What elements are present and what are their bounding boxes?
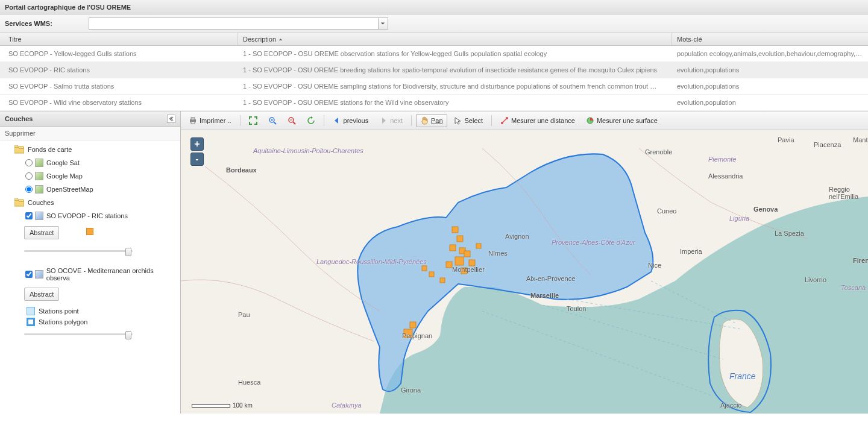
overlay-checkbox[interactable]: [25, 271, 33, 278]
map-area: Imprimer .. previous next Pan: [181, 111, 868, 414]
grid-col-keywords[interactable]: Mots-clé: [672, 33, 868, 45]
abstract-button[interactable]: Abstract: [24, 226, 59, 239]
table-row[interactable]: SO EVOPOP - Salmo trutta stations 1 - SO…: [0, 78, 868, 95]
map-city-label: Nîmes: [488, 250, 508, 257]
table-row[interactable]: SO EVOPOP - RIC stations 1 - SO EVOPOP -…: [0, 62, 868, 78]
select-button[interactable]: Select: [450, 114, 488, 127]
zoom-extent-button[interactable]: [245, 114, 262, 127]
history-next-button[interactable]: next: [375, 114, 407, 127]
map-country-label: France: [729, 371, 756, 381]
map-region-label: Piemonte: [708, 156, 736, 163]
overlay-checkbox[interactable]: [25, 212, 33, 219]
basemap-option[interactable]: Google Sat: [24, 156, 178, 169]
basemap-option[interactable]: Google Map: [24, 169, 178, 183]
suppr-button[interactable]: Supprimer: [0, 127, 180, 140]
map-canvas[interactable]: Aquitaine-Limousin-Poitou-Charentes Bord…: [181, 130, 868, 414]
folder-layers[interactable]: Couches: [13, 196, 178, 209]
svg-rect-1: [191, 118, 195, 120]
map-city-label: Livorno: [805, 276, 826, 283]
map-city-label: Cuneo: [657, 207, 676, 215]
map-region-label: Catalunya: [332, 402, 362, 409]
layer-icon: [35, 270, 43, 279]
zoom-out-button[interactable]: [283, 114, 300, 127]
map-city-label: Alessandria: [708, 172, 743, 180]
measure-distance-button[interactable]: Mesurer une distance: [496, 114, 579, 127]
svg-rect-11: [450, 245, 456, 251]
grid-header: Titre Description Mots-clé: [0, 33, 868, 46]
map-city-label: Montpellier: [452, 266, 485, 273]
map-city-label: Mantova: [853, 136, 868, 143]
svg-rect-2: [191, 122, 195, 124]
pan-button[interactable]: Pan: [416, 114, 447, 127]
grid-col-title[interactable]: Titre: [0, 33, 238, 45]
map-city-label: Girona: [401, 386, 421, 394]
map-city-label: Reggio nell'Emilia: [829, 186, 868, 200]
map-city-label: Pau: [238, 311, 250, 318]
map-city-label: Pavia: [778, 136, 794, 143]
zoom-out-control[interactable]: -: [190, 153, 204, 166]
folder-icon: [14, 145, 24, 154]
overlay-item[interactable]: SO EVOPOP - RIC stations: [24, 209, 178, 222]
map-region-label: Languedoc-Roussillon-Midi-Pyrénées: [316, 258, 427, 265]
refresh-button[interactable]: [303, 114, 319, 127]
opacity-slider[interactable]: [24, 248, 133, 254]
map-city-label: Nice: [648, 262, 661, 269]
scale-bar: 100 km: [192, 402, 253, 409]
map-region-label: Liguria: [729, 215, 749, 222]
toolbar-separator: [324, 115, 324, 126]
services-combo-trigger[interactable]: [378, 17, 388, 30]
chevron-down-icon: [379, 19, 387, 28]
svg-rect-21: [476, 244, 481, 248]
overlay-item[interactable]: SO OCOVE - Mediterranean orchids observa: [24, 265, 178, 284]
layers-panel-title: Couches: [5, 115, 33, 122]
map-toolbar: Imprimer .. previous next Pan: [181, 111, 868, 130]
basemap-radio[interactable]: [25, 172, 33, 180]
legend-polygon-icon: [27, 318, 35, 326]
map-city-label: Imperia: [680, 248, 702, 255]
services-combo[interactable]: [89, 17, 388, 30]
folder-basemaps[interactable]: Fonds de carte: [13, 143, 178, 156]
zoom-in-control[interactable]: +: [190, 137, 204, 151]
grid-body: SO ECOPOP - Yellow-legged Gulls stations…: [0, 46, 868, 111]
area-icon: [586, 116, 594, 125]
svg-rect-10: [457, 236, 463, 242]
zoom-in-button[interactable]: [264, 114, 281, 127]
arrow-right-icon: [379, 116, 388, 125]
map-city-label: Genova: [753, 206, 778, 213]
layer-tree: Fonds de carte Google Sat Google Map Ope…: [0, 140, 180, 414]
grid-col-desc[interactable]: Description: [238, 33, 672, 45]
layer-icon: [35, 185, 43, 194]
svg-rect-18: [429, 272, 434, 277]
layers-panel: Couches Supprimer Fonds de carte Google …: [0, 111, 181, 414]
svg-rect-16: [469, 260, 475, 266]
basemap-option[interactable]: OpenStreetMap: [24, 183, 178, 196]
refresh-icon: [307, 116, 315, 125]
folder-icon: [14, 198, 24, 207]
history-previous-button[interactable]: previous: [329, 114, 373, 127]
abstract-button[interactable]: Abstract: [24, 288, 59, 301]
legend-entry: Stations polygon: [27, 318, 178, 326]
chevron-left-icon: [169, 115, 174, 122]
ruler-icon: [500, 116, 509, 125]
map-city-label: Marseille: [530, 292, 559, 299]
svg-rect-20: [422, 266, 427, 271]
legend-entry: Stations point: [27, 307, 178, 315]
basemap-radio[interactable]: [25, 186, 33, 193]
svg-rect-9: [452, 227, 458, 233]
table-row[interactable]: SO EVOPOP - Wild vine observatory statio…: [0, 95, 868, 111]
opacity-slider[interactable]: [24, 331, 133, 337]
arrow-left-icon: [333, 116, 341, 125]
map-city-label: Piacenza: [814, 141, 841, 148]
services-input[interactable]: [89, 17, 378, 30]
sort-asc-icon: [278, 36, 283, 43]
measure-area-button[interactable]: Mesurer une surface: [582, 114, 662, 127]
collapse-panel-button[interactable]: [167, 115, 175, 123]
extent-icon: [249, 116, 257, 125]
map-city-label: Firenze: [853, 257, 868, 264]
basemap-radio[interactable]: [25, 159, 33, 166]
map-city-label: Perpignan: [402, 332, 432, 339]
map-city-label: Toulon: [567, 305, 586, 312]
table-row[interactable]: SO ECOPOP - Yellow-legged Gulls stations…: [0, 46, 868, 62]
print-button[interactable]: Imprimer ..: [184, 114, 236, 127]
map-city-label: Bordeaux: [226, 166, 257, 174]
